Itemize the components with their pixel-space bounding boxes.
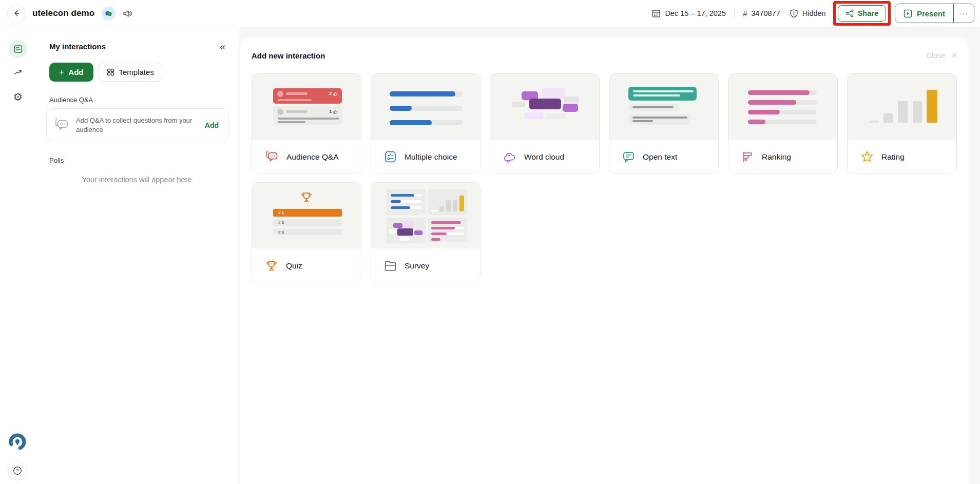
utelecon-logo[interactable] (7, 432, 28, 452)
card-label: Survey (405, 261, 429, 270)
my-interactions-panel: My interactions « + Add Templates Audien… (35, 27, 239, 484)
interaction-card-multiple-choice[interactable]: Multiple choice (371, 73, 481, 173)
present-label: Present (917, 9, 945, 18)
card-label: Ranking (762, 152, 791, 162)
left-rail: ⚙ ? (0, 27, 35, 484)
polls-section-label: Polls (35, 142, 239, 164)
interaction-card-open-text[interactable]: Open text (609, 73, 719, 173)
word-cloud-icon (503, 151, 516, 163)
divider (734, 8, 735, 19)
thumb-up-icon (333, 91, 338, 96)
audience-qa-icon (265, 151, 279, 163)
date-range-label: Dec 15 – 17, 2025 (665, 9, 726, 17)
back-arrow-icon (12, 9, 21, 17)
audience-qa-thumbnail: 2 1 (252, 74, 361, 140)
share-button[interactable]: Share (838, 5, 886, 22)
card-label: Rating (881, 152, 905, 162)
close-label: Close (926, 51, 945, 60)
close-icon: × (951, 51, 957, 60)
multiple-choice-icon (384, 150, 397, 163)
add-button[interactable]: + Add (49, 63, 93, 82)
shield-alert-icon (790, 9, 798, 18)
panel-title: My interactions (49, 42, 106, 51)
rail-settings-tab[interactable]: ⚙ (9, 87, 27, 106)
add-label: Add (68, 68, 83, 76)
main-title: Add new interaction (252, 51, 325, 60)
card-label: Quiz (286, 261, 302, 270)
thumb-up-icon (333, 109, 338, 114)
templates-label: Templates (119, 68, 154, 76)
present-split-button: Present ··· (895, 4, 974, 23)
survey-folder-icon (384, 260, 397, 272)
qa-promo-card: Add Q&A to collect questions from your a… (46, 108, 228, 142)
top-bar: utelecon demo Dec 15 – 17, 2025 (0, 0, 980, 27)
templates-grid-icon (107, 68, 114, 76)
add-interaction-panel: Add new interaction Close × 2 (240, 37, 968, 484)
plus-icon: + (59, 68, 64, 77)
open-text-icon (622, 151, 635, 163)
survey-thumbnail (371, 183, 480, 248)
interaction-card-survey[interactable]: Survey (371, 182, 481, 282)
rail-interactions-tab[interactable] (9, 40, 27, 58)
card-label: Word cloud (524, 152, 564, 162)
qa-add-link[interactable]: Add (205, 121, 221, 129)
interaction-card-grid: 2 1 (252, 73, 958, 282)
announcement-icon[interactable] (123, 9, 132, 18)
visibility-status[interactable]: Hidden (790, 9, 826, 18)
ranking-icon (741, 151, 754, 163)
ranking-thumbnail (728, 74, 837, 140)
rating-star-icon (860, 150, 874, 163)
card-label: Multiple choice (405, 152, 457, 162)
voting-code[interactable]: # 3470877 (743, 9, 780, 18)
interaction-card-ranking[interactable]: Ranking (728, 73, 838, 173)
present-button[interactable]: Present (895, 4, 953, 23)
interaction-card-audience-qa[interactable]: 2 1 (252, 73, 361, 173)
calendar-icon (651, 9, 661, 18)
help-button[interactable]: ? (8, 461, 27, 480)
trophy-icon (300, 191, 313, 204)
open-text-thumbnail (609, 74, 718, 140)
templates-button[interactable]: Templates (99, 63, 162, 82)
present-play-icon (904, 9, 912, 18)
gear-icon: ⚙ (13, 91, 23, 102)
rating-thumbnail (848, 74, 956, 140)
share-label: Share (858, 9, 878, 17)
date-range[interactable]: Dec 15 – 17, 2025 (651, 9, 726, 18)
trending-up-icon (13, 68, 23, 77)
visibility-label: Hidden (802, 9, 826, 17)
qa-section-label: Audience Q&A (35, 82, 239, 104)
card-label: Open text (643, 152, 677, 162)
voting-code-value: 3470877 (751, 9, 780, 17)
more-options-button[interactable]: ··· (953, 4, 974, 23)
interaction-card-quiz[interactable]: # 1 # 2 # 3 Quiz (252, 182, 361, 282)
logo-icon (7, 432, 28, 452)
chat-bubbles-icon (54, 119, 69, 132)
qa-promo-text: Add Q&A to collect questions from your a… (76, 116, 198, 134)
svg-text:?: ? (16, 468, 18, 473)
card-label: Audience Q&A (286, 152, 339, 162)
rail-results-tab[interactable] (9, 63, 27, 82)
slides-icon (13, 44, 23, 54)
multiple-choice-thumbnail (371, 74, 480, 140)
interaction-card-rating[interactable]: Rating (847, 73, 957, 173)
empty-state-text: Your interactions will appear here (35, 164, 239, 184)
quiz-trophy-icon (265, 259, 278, 273)
help-icon: ? (13, 466, 22, 475)
collapse-panel-icon[interactable]: « (220, 42, 225, 51)
interaction-card-word-cloud[interactable]: Word cloud (490, 73, 600, 173)
quiz-thumbnail: # 1 # 2 # 3 (252, 183, 361, 248)
close-control[interactable]: Close × (926, 51, 957, 60)
word-cloud-thumbnail (490, 74, 599, 140)
back-button[interactable] (7, 5, 25, 23)
page-title: utelecon demo (32, 8, 94, 18)
share-icon (846, 9, 854, 17)
annotation-highlight-box: Share (833, 1, 891, 26)
presentation-badge-icon[interactable] (102, 7, 116, 21)
hash-icon: # (743, 9, 747, 18)
